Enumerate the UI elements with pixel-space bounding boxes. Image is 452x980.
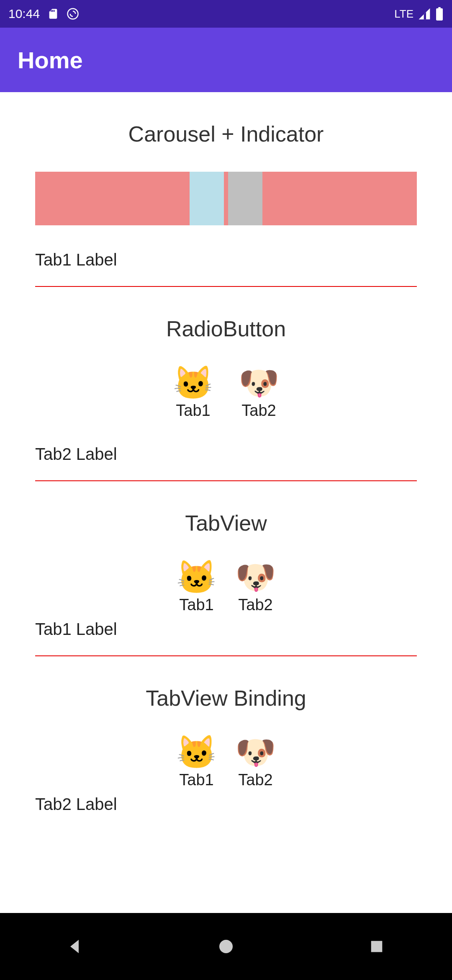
content: Carousel + Indicator Tab1 Label RadioBut… [0, 92, 452, 814]
nav-back-button[interactable] [63, 934, 88, 959]
sd-card-icon [47, 7, 59, 21]
section-carousel: Carousel + Indicator Tab1 Label [0, 92, 452, 287]
dog-icon: 🐶 [235, 736, 276, 769]
tabview-tab-2[interactable]: 🐶 Tab2 [235, 561, 276, 614]
carousel-current-label: Tab1 Label [35, 250, 417, 269]
tabview-tab-2-label: Tab2 [238, 596, 272, 614]
tabview-tab-1[interactable]: 🐱 Tab1 [176, 561, 217, 614]
radio-tab-2-label: Tab2 [241, 402, 276, 420]
app-bar: Home [0, 28, 452, 92]
status-bar: 10:44 LTE [0, 0, 452, 28]
svg-point-0 [68, 9, 78, 19]
tabview-binding-tabs: 🐱 Tab1 🐶 Tab2 [35, 736, 417, 789]
status-right: LTE [394, 7, 444, 21]
indicator-seg-4 [262, 172, 417, 225]
tabview-binding-current-label: Tab2 Label [35, 795, 417, 814]
section-title-radio: RadioButton [35, 316, 417, 341]
cat-icon: 🐱 [173, 366, 213, 399]
svg-point-3 [219, 940, 233, 953]
section-title-tabview: TabView [35, 511, 417, 536]
radio-tab-1-label: Tab1 [176, 402, 210, 420]
tabview-tab-1-label: Tab1 [179, 596, 213, 614]
section-tabview-binding: TabView Binding 🐱 Tab1 🐶 Tab2 Tab2 Label [0, 656, 452, 814]
status-time: 10:44 [8, 7, 40, 21]
tabview-binding-tab-1[interactable]: 🐱 Tab1 [176, 736, 217, 789]
carousel-indicator[interactable] [35, 172, 417, 225]
radio-tab-1[interactable]: 🐱 Tab1 [173, 366, 213, 420]
section-title-carousel: Carousel + Indicator [35, 121, 417, 147]
page-title: Home [18, 46, 83, 74]
radio-current-label: Tab2 Label [35, 445, 417, 464]
indicator-seg-0 [35, 172, 190, 225]
dog-icon: 🐶 [235, 561, 276, 593]
cat-icon: 🐱 [176, 561, 217, 593]
nav-home-button[interactable] [213, 934, 239, 959]
indicator-seg-3 [228, 172, 262, 225]
tabview-binding-tab-2[interactable]: 🐶 Tab2 [235, 736, 276, 789]
signal-icon [418, 7, 431, 21]
nav-bar [0, 913, 452, 980]
network-label: LTE [394, 8, 413, 21]
dog-icon: 🐶 [239, 366, 279, 399]
tabview-tabs: 🐱 Tab1 🐶 Tab2 [35, 561, 417, 614]
svg-rect-2 [438, 7, 440, 9]
section-radio: RadioButton 🐱 Tab1 🐶 Tab2 Tab2 Label [0, 287, 452, 481]
radio-tab-2[interactable]: 🐶 Tab2 [239, 366, 279, 420]
battery-icon [435, 7, 444, 21]
section-tabview: TabView 🐱 Tab1 🐶 Tab2 Tab1 Label [0, 481, 452, 656]
radio-tabs: 🐱 Tab1 🐶 Tab2 [35, 366, 417, 420]
svg-rect-1 [436, 8, 443, 21]
sync-icon [67, 8, 79, 20]
cat-icon: 🐱 [176, 736, 217, 769]
tabview-binding-tab-2-label: Tab2 [238, 771, 272, 789]
indicator-seg-1 [190, 172, 224, 225]
indicator-seg-2 [224, 172, 228, 225]
svg-rect-4 [371, 941, 383, 952]
tabview-binding-tab-1-label: Tab1 [179, 771, 213, 789]
section-title-tabview-binding: TabView Binding [35, 686, 417, 711]
status-left: 10:44 [8, 7, 79, 21]
nav-recent-button[interactable] [364, 934, 389, 959]
tabview-current-label: Tab1 Label [35, 620, 417, 639]
